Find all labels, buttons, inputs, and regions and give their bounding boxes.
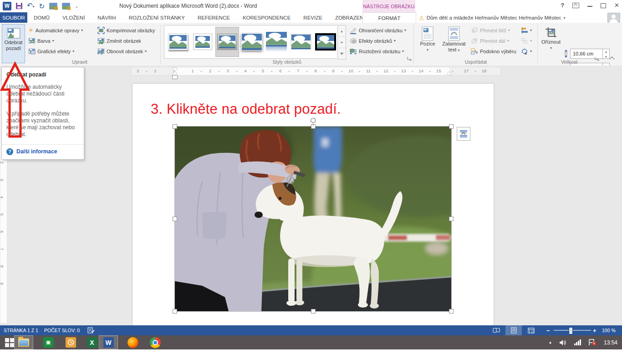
- hanging-indent-marker[interactable]: [173, 71, 177, 75]
- close-icon[interactable]: ✕: [614, 2, 619, 9]
- word-count[interactable]: POČET SLOV: 0: [44, 325, 80, 335]
- tab-format-active[interactable]: FORMÁT: [362, 12, 416, 23]
- system-tray: ▲ 13:54: [549, 335, 622, 349]
- crop-button[interactable]: Oříznout ▾: [540, 24, 562, 63]
- horizontal-ruler[interactable]: 211234567891011121314151718: [131, 67, 501, 76]
- tab-rozložení stránky[interactable]: ROZLOŽENÍ STRÁNKY: [122, 12, 191, 23]
- tab-file[interactable]: SOUBOR: [0, 12, 27, 23]
- tab-návrh[interactable]: NÁVRH: [91, 12, 122, 23]
- volume-icon[interactable]: [559, 339, 567, 346]
- save-icon[interactable]: [16, 3, 22, 9]
- zoom-slider-thumb[interactable]: [569, 327, 573, 334]
- page-indicator[interactable]: STRÁNKA 1 Z 1: [4, 325, 38, 335]
- clock[interactable]: 13:54: [604, 339, 617, 346]
- resize-handle-bottom-left[interactable]: [173, 309, 177, 313]
- height-spinner[interactable]: ▲▼: [602, 49, 609, 59]
- rotate-handle[interactable]: [310, 116, 316, 128]
- taskbar-store-app[interactable]: ▣: [39, 335, 58, 349]
- zoom-in-button[interactable]: +: [593, 325, 597, 335]
- first-line-indent-marker[interactable]: [173, 68, 177, 71]
- size-dialog-launcher-icon[interactable]: [595, 56, 600, 62]
- change-picture-icon: [97, 37, 105, 45]
- resize-handle-middle-left[interactable]: [173, 217, 177, 221]
- styles-dialog-launcher-icon[interactable]: [407, 56, 413, 62]
- picture-effects-button[interactable]: Efekty obrázků▾: [350, 36, 396, 46]
- wrap-text-button[interactable]: Zalamovat text ▾: [440, 24, 468, 63]
- picture-style-soft-shadow[interactable]: [240, 27, 264, 57]
- picture-border-button[interactable]: Ohraničení obrázku▾: [350, 25, 406, 35]
- position-button[interactable]: Pozice ▾: [417, 24, 438, 63]
- ruler-tick: [219, 71, 219, 72]
- picture-style-shadow[interactable]: [166, 27, 190, 57]
- gallery-more-icon[interactable]: ▼: [338, 48, 346, 59]
- print-layout-view-icon[interactable]: [505, 325, 522, 335]
- picture-style-white-frame[interactable]: [191, 27, 214, 57]
- document-page[interactable]: 3. Klikněte na odebrat pozadí.: [132, 83, 494, 326]
- tray-expand-icon[interactable]: ▲: [549, 340, 552, 344]
- left-indent-box-marker[interactable]: [172, 75, 178, 79]
- compress-pictures-button[interactable]: Komprimovat obrázky: [97, 25, 155, 35]
- tab-vložení[interactable]: VLOŽENÍ: [56, 12, 91, 23]
- artistic-effects-button[interactable]: Grafické efekty▾: [28, 46, 74, 56]
- collapse-ribbon-icon[interactable]: [610, 57, 614, 61]
- bottom-padding: [0, 349, 622, 364]
- resize-handle-bottom-middle[interactable]: [311, 309, 316, 313]
- ruler-number: 5: [262, 68, 264, 73]
- zoom-level[interactable]: 100 %: [602, 325, 616, 335]
- right-indent-marker[interactable]: [447, 71, 452, 75]
- remove-background-button[interactable]: Odebrat pozadí: [2, 24, 25, 63]
- tab-reference[interactable]: REFERENCE: [191, 12, 236, 23]
- tab-domů[interactable]: DOMŮ: [27, 12, 56, 23]
- picture-tool-icon[interactable]: [49, 3, 57, 10]
- color-button[interactable]: Barva▾: [28, 36, 54, 46]
- taskbar-firefox[interactable]: [123, 335, 143, 349]
- network-icon[interactable]: [574, 339, 581, 345]
- picture-style-reflection[interactable]: [265, 27, 288, 57]
- customize-qat-icon[interactable]: ⌄: [75, 4, 78, 9]
- more-info-link[interactable]: Další informace: [16, 148, 57, 155]
- selection-pane-button[interactable]: Podokno výběru: [471, 46, 516, 56]
- align-button[interactable]: ▾: [521, 25, 532, 35]
- taskbar: ▣ X W ▲ 13:54: [0, 335, 622, 349]
- proofing-icon[interactable]: [87, 325, 95, 335]
- zoom-out-button[interactable]: −: [546, 325, 550, 335]
- quick-access-toolbar: W ↶▾ ↻ ⌄: [3, 1, 79, 10]
- picture-style-bevel[interactable]: [289, 27, 313, 57]
- taskbar-file-explorer[interactable]: [14, 335, 33, 349]
- tab-korespondence[interactable]: KORESPONDENCE: [236, 12, 297, 23]
- taskbar-clock-app[interactable]: [61, 335, 80, 349]
- gallery-scroll-up-icon[interactable]: ▲: [338, 25, 346, 37]
- shape-height-field[interactable]: 10,66 cm ▲▼: [570, 49, 610, 59]
- action-center-flag-icon[interactable]: [588, 339, 597, 346]
- reset-picture-button[interactable]: Obnovit obrázek▾: [97, 46, 147, 56]
- undo-icon[interactable]: ↶▾: [27, 2, 35, 10]
- gallery-scroll-down-icon[interactable]: ▼: [338, 37, 346, 48]
- autocorrect-button[interactable]: ☀Automatické opravy▾: [28, 25, 83, 35]
- picture-layout-button[interactable]: Rozložení obrázku▾: [350, 46, 404, 56]
- resize-handle-top-right[interactable]: [449, 124, 454, 129]
- avatar[interactable]: [607, 13, 620, 24]
- help-icon[interactable]: ?: [561, 2, 564, 9]
- picture-style-black-frame[interactable]: [314, 27, 337, 57]
- resize-handle-bottom-right[interactable]: [449, 309, 454, 313]
- rotate-button[interactable]: ▾: [521, 46, 532, 56]
- layout-options-button[interactable]: [457, 127, 470, 141]
- document-heading[interactable]: 3. Klikněte na odebrat pozadí.: [151, 101, 341, 117]
- selected-picture[interactable]: [175, 126, 451, 311]
- taskbar-chrome[interactable]: [146, 335, 165, 349]
- read-mode-view-icon[interactable]: [488, 325, 505, 335]
- change-picture-button[interactable]: Změnit obrázek: [97, 36, 141, 46]
- redo-icon[interactable]: ↻: [39, 3, 45, 10]
- ribbon-display-options-icon[interactable]: [572, 3, 579, 8]
- picture-table-tool-icon[interactable]: [62, 3, 70, 10]
- web-layout-view-icon[interactable]: [523, 325, 539, 335]
- restore-icon[interactable]: [601, 3, 606, 8]
- minimize-icon[interactable]: [587, 3, 592, 8]
- color-icon: [28, 37, 36, 45]
- tab-revize[interactable]: REVIZE: [297, 12, 329, 23]
- resize-handle-top-left[interactable]: [173, 124, 177, 129]
- account-notice[interactable]: ⚠ Dům dětí a mládeže Heřmanův Městec Heř…: [419, 13, 566, 22]
- resize-handle-middle-right[interactable]: [449, 217, 454, 221]
- picture-style-metal-frame[interactable]: [215, 27, 239, 57]
- taskbar-word[interactable]: W: [99, 335, 118, 349]
